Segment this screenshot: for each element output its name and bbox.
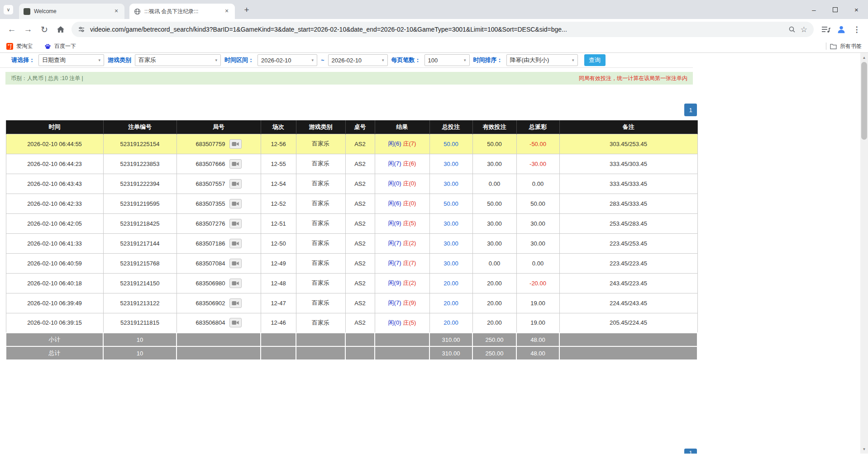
table-row: 2026-02-10 06:39:49 523191213122 6835069… [6,293,697,313]
address-bar[interactable]: videoie.com/game/betrecord_search/kind3?… [72,22,814,37]
bookmark-aitaobao[interactable]: 爱淘宝 [6,43,33,50]
page-content: 请选择： 日期查询 ▾ 游戏类别 百家乐 ▾ 时间区间： 2026-02-10 … [0,53,868,454]
cell-round: 683507666 [176,154,261,174]
tab-search-button[interactable]: ∨ [4,5,13,14]
game-category-select[interactable]: 百家乐 ▾ [135,54,221,66]
media-controls-icon[interactable] [818,22,834,37]
back-button[interactable]: ← [4,21,20,38]
cell-note: 333.45/303.45 [559,154,697,174]
browser-toolbar: ← → ↻ videoie.com/game/betrecord_search/… [0,19,868,40]
replay-video-button[interactable] [229,298,242,308]
replay-video-button[interactable] [229,279,242,288]
total-bet-link[interactable]: 50.00 [444,141,458,147]
select-value: 百家乐 [138,56,156,64]
cell-session: 12-55 [261,154,296,174]
scroll-down-arrow[interactable]: ▼ [860,445,868,453]
total-bet-link[interactable]: 30.00 [444,161,458,167]
close-tab-icon[interactable]: × [223,8,230,15]
site-info-icon[interactable] [78,26,85,33]
select-value: 100 [428,57,438,64]
banker-result: 庄(0) [403,200,416,207]
cell-result: 闲(7)庄(6) [375,154,429,174]
video-camera-icon [232,241,239,246]
sort-order-select[interactable]: 降幂(由大到小) ▾ [506,54,578,66]
cell-total-bet: 20.00 [429,293,472,313]
cell-valid-bet: 0.00 [472,253,516,273]
total-bet-link[interactable]: 30.00 [444,180,458,187]
cell-valid-bet: 30.00 [472,233,516,253]
bookmarks-bar: 爱淘宝 百度一下 所有书签 [0,40,868,53]
scrollbar-thumb[interactable] [861,62,867,140]
cell-note: 243.45/223.45 [559,273,697,293]
profile-avatar-icon[interactable] [834,22,849,37]
zoom-icon[interactable] [788,26,796,33]
cell-payout: -30.00 [516,154,559,174]
cell-table: AS2 [345,174,375,194]
reload-button[interactable]: ↻ [36,21,52,38]
replay-video-button[interactable] [229,139,242,149]
replay-video-button[interactable] [229,199,242,208]
total-bet-link[interactable]: 20.00 [444,319,458,326]
banker-result: 庄(6) [403,160,416,167]
scroll-up-arrow[interactable]: ▲ [860,54,868,61]
cell-total-bet: 30.00 [429,253,472,273]
cell-empty [176,333,261,346]
cell-summary-count: 10 [103,346,176,360]
video-camera-icon [232,161,239,166]
table-body: 2026-02-10 06:44:55 523191225154 6835077… [6,134,697,333]
forward-button[interactable]: → [20,21,36,38]
cell-time: 2026-02-10 06:43:43 [6,174,103,194]
total-bet-link[interactable]: 20.00 [444,280,458,287]
player-result: 闲(9) [388,220,401,227]
home-button[interactable] [52,21,69,38]
page-size-select[interactable]: 100 ▾ [424,54,470,66]
date-end-select[interactable]: 2026-02-10 ▾ [328,54,388,66]
maximize-button[interactable] [825,0,846,19]
all-bookmarks-button[interactable]: 所有书签 [830,43,862,50]
cell-game: 百家乐 [296,154,345,174]
close-window-button[interactable]: × [846,0,867,19]
bookmark-star-icon[interactable]: ☆ [801,25,807,34]
round-number: 683506804 [196,319,225,326]
total-bet-link[interactable]: 20.00 [444,300,458,307]
pagination-bottom-page-button[interactable]: 1 [684,449,697,454]
cell-session: 12-50 [261,233,296,253]
replay-video-button[interactable] [229,318,242,327]
date-start-select[interactable]: 2026-02-10 ▾ [258,54,317,66]
table-summary-row: 总计 10 310.00 250.00 48.00 [6,346,697,360]
total-bet-link[interactable]: 30.00 [444,260,458,267]
replay-video-button[interactable] [229,219,242,228]
total-bet-link[interactable]: 50.00 [444,200,458,207]
total-bet-link[interactable]: 30.00 [444,220,458,227]
table-row: 2026-02-10 06:42:33 523191219595 6835073… [6,194,697,213]
cell-session: 12-46 [261,313,296,333]
total-bet-link[interactable]: 30.00 [444,240,458,247]
tab-welcome[interactable]: Welcome × [19,4,124,19]
chevron-down-icon: ▾ [98,58,100,62]
replay-video-button[interactable] [229,159,242,169]
bookmark-baidu[interactable]: 百度一下 [44,43,76,50]
replay-video-button[interactable] [229,259,242,268]
scrollbar[interactable]: ▲ ▼ [860,53,868,454]
cell-note: 205.45/224.45 [559,313,697,333]
browser-menu-icon[interactable]: ⋮ [849,22,864,37]
replay-video-button[interactable] [229,239,242,248]
minimize-button[interactable]: – [803,0,825,19]
tab-betrecord[interactable]: :::视讯 会员下注纪录::: × [129,4,235,19]
replay-video-button[interactable] [229,179,242,189]
cell-empty [375,346,429,360]
cell-table: AS2 [345,253,375,273]
close-tab-icon[interactable]: × [113,8,120,15]
date-range-separator: ~ [321,57,324,64]
cell-round: 683506804 [176,313,261,333]
page-size-label: 每页笔数： [391,56,421,64]
cell-empty [296,346,345,360]
maximize-icon [833,7,838,12]
pagination-page-button[interactable]: 1 [684,104,697,116]
cell-empty [261,333,296,346]
query-type-select[interactable]: 日期查询 ▾ [38,54,104,66]
search-button[interactable]: 查询 [584,54,606,66]
url-text[interactable]: videoie.com/game/betrecord_search/kind3?… [90,26,783,33]
new-tab-button[interactable]: + [241,4,253,16]
cell-round: 683507084 [176,253,261,273]
